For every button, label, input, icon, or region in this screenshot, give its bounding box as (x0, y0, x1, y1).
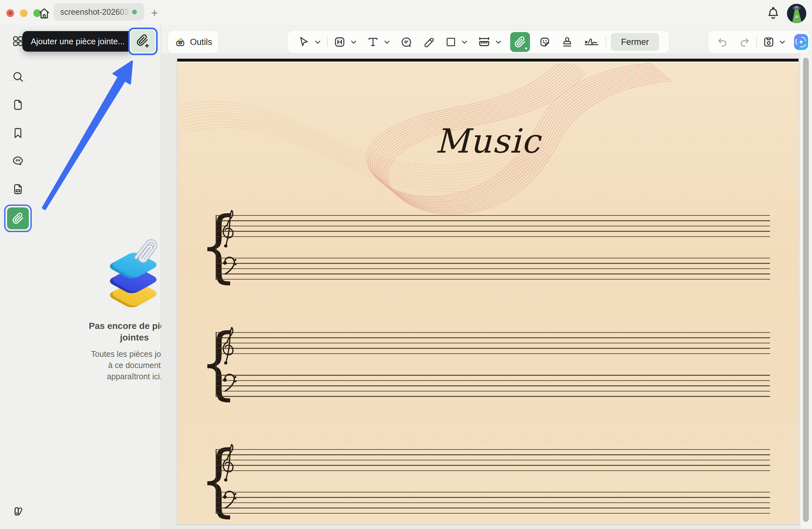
select-tool-button[interactable] (296, 32, 311, 52)
brace: { (200, 445, 213, 518)
ai-assistant-button[interactable] (794, 34, 808, 50)
paperclip-plus-icon (135, 34, 150, 49)
annotation-toolbar: Fermer (287, 30, 669, 54)
toolbar-divider (606, 37, 606, 47)
notifications-button[interactable] (766, 6, 781, 21)
highlight-icon (333, 35, 346, 48)
treble-clef (222, 209, 235, 249)
highlight-tool-menu[interactable] (349, 40, 358, 44)
text-icon (366, 35, 379, 48)
undo-icon (716, 36, 729, 48)
add-attachment-tooltip: Ajouter une pièce jointe... (23, 31, 133, 52)
treble-clef (222, 443, 235, 483)
text-tool-menu[interactable] (382, 40, 391, 44)
bass-clef (221, 255, 238, 277)
chevron-down-icon (496, 40, 501, 44)
bell-icon (766, 6, 781, 21)
toolbox-icon (174, 36, 186, 48)
attachment-tool-button[interactable] (510, 32, 530, 52)
attachments-empty-illustration (99, 243, 170, 312)
chevron-down-icon (315, 40, 320, 44)
ai-assistant-icon (794, 35, 808, 49)
staff-system-2: { (202, 330, 779, 398)
avatar-image (787, 4, 806, 23)
staff-system-3: { (202, 447, 779, 515)
page-top-rule (177, 59, 799, 61)
save-icon (762, 35, 775, 48)
close-annotation-button[interactable]: Fermer (611, 33, 659, 51)
comment-icon (400, 35, 413, 48)
tools-button[interactable]: Outils (168, 30, 219, 54)
sticker-icon (538, 35, 551, 48)
measure-tool-button[interactable] (476, 32, 492, 52)
redo-icon (738, 36, 751, 48)
shapes-tool-button[interactable] (444, 32, 458, 52)
sidebar-item-appearance[interactable] (12, 505, 24, 517)
history-save-toolbar (708, 30, 810, 54)
brace: { (200, 211, 213, 284)
chevron-down-icon (384, 40, 390, 44)
highlight-tool-button[interactable] (332, 32, 347, 52)
scrollbar-thumb[interactable] (803, 58, 809, 522)
stamp-tool-button[interactable] (560, 32, 575, 52)
chevron-down-icon (780, 40, 785, 44)
undo-button[interactable] (715, 32, 730, 52)
bass-clef (221, 372, 238, 394)
comment-tool-button[interactable] (398, 32, 414, 52)
avatar[interactable] (787, 4, 806, 23)
document-page: Music { { (177, 59, 799, 524)
redo-button[interactable] (737, 32, 752, 52)
stamp-icon (561, 35, 574, 48)
palette-fan-icon (12, 505, 24, 517)
treble-clef (222, 326, 235, 366)
toolbar-divider (756, 37, 757, 47)
chevron-down-icon (351, 40, 356, 44)
pen-tool-button[interactable] (421, 32, 436, 52)
pen-icon (422, 35, 435, 48)
text-tool-button[interactable] (365, 32, 381, 52)
document-canvas: Music { { (161, 54, 812, 529)
paperclip-icon (514, 36, 526, 48)
bass-clef (221, 489, 238, 511)
select-tool-menu[interactable] (314, 40, 322, 44)
add-attachment-button[interactable] (128, 28, 158, 55)
ruler-icon (477, 35, 491, 49)
square-icon (445, 36, 457, 48)
signature-tool-button[interactable] (582, 32, 601, 52)
signature-icon (583, 35, 600, 48)
sticker-tool-button[interactable] (537, 32, 552, 52)
staff-system-1: { (202, 213, 779, 281)
document-title: Music (177, 121, 799, 161)
shapes-tool-menu[interactable] (460, 40, 468, 44)
chevron-down-icon (462, 40, 467, 44)
toolbar-divider (327, 37, 328, 47)
tools-label: Outils (190, 37, 212, 47)
brace: { (200, 328, 213, 401)
measure-tool-menu[interactable] (494, 40, 503, 44)
save-button[interactable] (762, 32, 776, 52)
save-menu[interactable] (778, 40, 786, 44)
cursor-icon (298, 35, 310, 48)
